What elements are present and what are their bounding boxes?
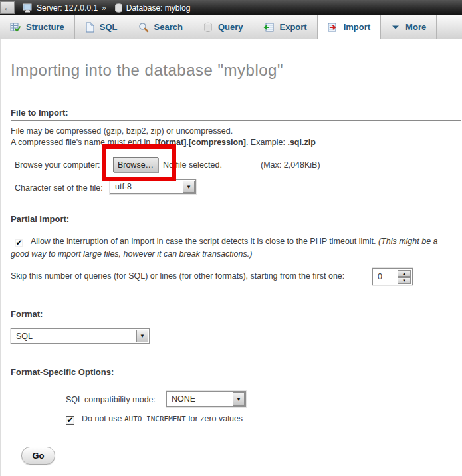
compression-info-text: File may be compressed (gzip, bzip2, zip…: [11, 126, 316, 148]
allow-interruption-checkbox[interactable]: ✔: [15, 239, 23, 247]
skip-queries-label: Skip this number of queries (for SQL) or…: [11, 271, 344, 281]
server-icon: [23, 3, 33, 13]
chevron-down-icon[interactable]: ▼: [233, 392, 245, 406]
tab-label: SQL: [100, 22, 118, 32]
breadcrumb-database[interactable]: Database: myblog: [126, 3, 191, 13]
tab-label: Export: [279, 22, 306, 32]
format-select[interactable]: SQL ▼: [11, 328, 150, 344]
import-icon: [328, 22, 338, 33]
tab-label: More: [405, 22, 426, 32]
chevron-down-icon[interactable]: ▼: [183, 181, 195, 193]
sql-compatibility-select[interactable]: NONE ▼: [166, 391, 246, 407]
charset-select[interactable]: utf-8 ▼: [110, 179, 196, 194]
database-icon: [114, 3, 123, 13]
section-heading-format: Format:: [11, 309, 461, 322]
breadcrumb-bar: ← Server: 127.0.0.1 » Database: myblog: [0, 0, 462, 15]
structure-icon: [10, 22, 21, 33]
compression-line2-prefix: A compressed file's name must end in: [11, 138, 153, 147]
compression-line2-mid: . Example:: [246, 138, 288, 147]
format-select-value: SQL: [16, 332, 33, 341]
tab-search[interactable]: Search: [128, 15, 193, 39]
tab-bar: Structure SQL Search Query Export Import: [0, 15, 462, 39]
search-icon: [138, 22, 149, 33]
sql-icon: [85, 22, 94, 33]
auto-increment-keyword: AUTO_INCREMENT: [124, 415, 186, 423]
go-button[interactable]: Go: [21, 447, 55, 465]
example-extension: .sql.zip: [287, 138, 315, 147]
tab-export[interactable]: Export: [253, 15, 317, 39]
tab-label: Query: [218, 22, 243, 32]
export-icon: [263, 22, 274, 33]
skip-queries-stepper[interactable]: 0 ▲ ▼: [372, 268, 413, 285]
chevron-down-icon: [391, 23, 400, 31]
back-button[interactable]: ←: [0, 1, 15, 14]
stepper-buttons: ▲ ▼: [398, 270, 411, 283]
sql-compatibility-value: NONE: [172, 394, 195, 404]
tab-label: Search: [154, 22, 183, 32]
section-heading-format-options: Format-Specific Options:: [11, 367, 461, 380]
browse-button[interactable]: Browse…: [113, 157, 158, 172]
stepper-up-icon[interactable]: ▲: [398, 270, 411, 277]
tab-more[interactable]: More: [381, 15, 437, 39]
allow-interruption-row: ✔Allow the interruption of an import in …: [11, 235, 452, 261]
charset-label: Character set of the file:: [15, 183, 103, 193]
sql-compatibility-label: SQL compatibility mode:: [66, 395, 156, 404]
section-heading-partial-import: Partial Import:: [11, 214, 461, 227]
format-compression-pattern: .[format].[compression]: [153, 138, 246, 147]
query-icon: [203, 22, 213, 33]
auto-increment-row: ✔Do not use AUTO_INCREMENT for zero valu…: [66, 414, 243, 425]
tab-structure[interactable]: Structure: [0, 15, 75, 39]
charset-select-value: utf-8: [115, 182, 132, 191]
skip-queries-value: 0: [378, 272, 382, 281]
back-arrow-icon: ←: [3, 3, 12, 13]
browse-label: Browse your computer:: [15, 160, 100, 170]
compression-line1: File may be compressed (gzip, bzip2, zip…: [11, 126, 233, 136]
auto-increment-suffix: for zero values: [186, 414, 243, 423]
auto-increment-prefix: Do not use: [82, 414, 124, 423]
allow-interruption-text: Allow the interruption of an import in c…: [31, 237, 378, 246]
tab-sql[interactable]: SQL: [75, 15, 128, 39]
tab-label: Structure: [26, 22, 64, 32]
chevron-down-icon[interactable]: ▼: [136, 330, 148, 342]
tab-query[interactable]: Query: [193, 15, 254, 39]
max-size-text: (Max: 2,048KiB): [261, 160, 320, 170]
breadcrumb-server[interactable]: Server: 127.0.0.1: [37, 3, 98, 13]
main-content: Importing into the database "myblog" Fil…: [0, 39, 462, 476]
tab-import[interactable]: Import: [318, 15, 381, 39]
auto-increment-checkbox[interactable]: ✔: [66, 416, 74, 425]
no-file-selected-text: No file selected.: [163, 160, 222, 170]
page-title: Importing into the database "myblog": [11, 61, 283, 80]
tab-label: Import: [344, 22, 370, 32]
section-heading-file-to-import: File to Import:: [11, 108, 461, 121]
breadcrumb-separator: »: [102, 3, 106, 13]
stepper-down-icon[interactable]: ▼: [398, 277, 411, 284]
